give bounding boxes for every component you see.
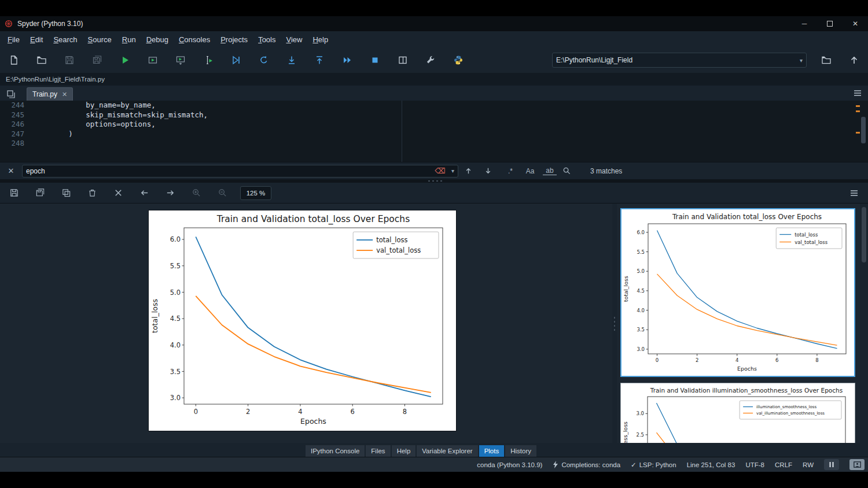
menu-projects[interactable]: Projects — [215, 33, 253, 46]
save-button[interactable] — [61, 52, 78, 68]
main-plot-figure[interactable]: 024683.03.54.04.55.05.56.0Train and Vali… — [149, 210, 456, 431]
find-previous-icon — [464, 167, 473, 175]
working-directory-input[interactable] — [556, 56, 796, 64]
zoom-in-button[interactable] — [188, 185, 204, 201]
chevron-down-icon[interactable]: ▾ — [796, 57, 803, 64]
pane-tab-plots[interactable]: Plots — [479, 445, 505, 457]
run-cell-button[interactable] — [145, 52, 161, 68]
plots-options-button[interactable] — [846, 185, 862, 201]
fast-forward-button[interactable] — [339, 52, 355, 68]
new-file-button[interactable] — [6, 52, 22, 68]
case-sensitive-toggle[interactable]: Aa — [523, 167, 537, 175]
menu-consoles[interactable]: Consoles — [174, 33, 215, 46]
debug-continue-button[interactable] — [256, 52, 272, 68]
horizontal-splitter[interactable] — [0, 179, 868, 183]
save-all-plots-button[interactable] — [32, 185, 48, 201]
debug-file-button[interactable] — [228, 52, 244, 68]
save-all-button[interactable] — [89, 52, 105, 68]
find-close-button[interactable]: ✕ — [6, 167, 16, 175]
python-env-button[interactable] — [450, 52, 466, 68]
editor-options-button[interactable] — [853, 89, 862, 97]
code-line[interactable]: 248 — [0, 139, 868, 149]
browse-directory-button[interactable] — [818, 52, 834, 68]
plot-thumbnail-selected[interactable]: 024683.03.54.04.55.05.56.0Train and Vali… — [620, 208, 855, 377]
menu-run[interactable]: Run — [117, 33, 141, 46]
pane-tab-ipython-console[interactable]: IPython Console — [305, 445, 365, 457]
new-file-icon — [9, 55, 19, 65]
clear-input-icon[interactable]: ⌫ — [433, 167, 448, 175]
maximize-icon — [827, 21, 833, 27]
thumbnails-scrollbar[interactable] — [860, 204, 868, 443]
copy-plot-button[interactable] — [58, 185, 74, 201]
thumbnails-scrollbar-thumb[interactable] — [862, 207, 866, 263]
working-directory-combo[interactable]: ▾ — [552, 53, 807, 68]
zoom-out-icon — [218, 188, 227, 198]
open-file-button[interactable] — [34, 52, 50, 68]
parent-directory-button[interactable] — [846, 52, 862, 68]
menu-file[interactable]: File — [2, 33, 25, 46]
editor-scrollbar-thumb[interactable] — [861, 117, 866, 143]
step-into-button[interactable] — [284, 52, 300, 68]
remove-all-plots-button[interactable] — [110, 185, 126, 201]
find-next-button[interactable] — [484, 167, 498, 175]
menu-edit[interactable]: Edit — [25, 33, 48, 46]
find-history-chevron-icon[interactable]: ▾ — [448, 168, 454, 174]
layout-button[interactable] — [849, 459, 865, 470]
thumbnail-plot-svg: 024680.51.01.52.02.53.0Train and Validat… — [621, 383, 854, 443]
run-button[interactable] — [117, 52, 133, 68]
vertical-splitter[interactable] — [612, 204, 617, 443]
find-previous-button[interactable] — [464, 167, 478, 175]
status-completions[interactable]: Completions: conda — [553, 461, 620, 468]
zoom-out-button[interactable] — [214, 185, 230, 201]
status-env[interactable]: conda (Python 3.10.9) — [477, 461, 542, 468]
save-all-plots-icon — [35, 188, 45, 198]
save-plot-button[interactable] — [6, 185, 22, 201]
menu-help[interactable]: Help — [307, 33, 333, 46]
pane-tab-history[interactable]: History — [505, 445, 537, 457]
code-line[interactable]: 246 options=options, — [0, 120, 868, 130]
svg-text:5.5: 5.5 — [170, 262, 181, 270]
code-line[interactable]: 245 skip_mismatch=skip_mismatch, — [0, 110, 868, 120]
menu-view[interactable]: View — [281, 33, 307, 46]
whole-word-toggle[interactable]: ab — [543, 167, 557, 175]
run-selection-button[interactable] — [200, 52, 216, 68]
stop-button[interactable] — [367, 52, 383, 68]
status-lsp-label: LSP: Python — [639, 461, 676, 468]
svg-text:illumination_smoothness_loss: illumination_smoothness_loss — [756, 405, 816, 409]
code-editor[interactable]: 244 by_name=by_name,245 skip_mismatch=sk… — [0, 101, 868, 162]
next-plot-button[interactable] — [162, 185, 178, 201]
tools-button[interactable] — [422, 52, 439, 68]
find-field[interactable]: ⌫ ▾ — [22, 165, 458, 178]
pane-tab-files[interactable]: Files — [365, 445, 391, 457]
editor-tab-trainpy[interactable]: Train.py ✕ — [27, 87, 73, 101]
status-completions-label: Completions: conda — [561, 461, 620, 468]
interrupt-button[interactable] — [824, 459, 839, 470]
run-icon — [120, 55, 130, 65]
editor-scrollbar[interactable] — [860, 102, 867, 161]
remove-plot-button[interactable] — [84, 185, 100, 201]
code-line[interactable]: 244 by_name=by_name, — [0, 101, 868, 110]
pane-tab-help[interactable]: Help — [391, 445, 417, 457]
zoom-level[interactable]: 125 % — [240, 186, 271, 200]
browse-tabs-button[interactable] — [3, 88, 19, 101]
pane-tab-variable-explorer[interactable]: Variable Explorer — [416, 445, 478, 457]
run-cell-advance-button[interactable] — [172, 52, 189, 68]
highlight-matches-toggle[interactable] — [562, 167, 576, 175]
previous-plot-button[interactable] — [136, 185, 152, 201]
menu-search[interactable]: Search — [48, 33, 82, 46]
tab-close-icon[interactable]: ✕ — [62, 91, 67, 98]
status-lsp[interactable]: ✓ LSP: Python — [631, 461, 676, 469]
close-button[interactable]: ✕ — [843, 16, 868, 31]
maximize-pane-button[interactable] — [395, 52, 411, 68]
step-return-button[interactable] — [311, 52, 328, 68]
code-line[interactable]: 247 ) — [0, 130, 868, 139]
menu-source[interactable]: Source — [83, 33, 117, 46]
maximize-button[interactable] — [817, 16, 843, 31]
menu-tools[interactable]: Tools — [253, 33, 281, 46]
menu-debug[interactable]: Debug — [141, 33, 174, 46]
find-input[interactable] — [26, 167, 433, 175]
plot-thumbnail[interactable]: 024680.51.01.52.02.53.0Train and Validat… — [620, 383, 855, 443]
svg-text:2.5: 2.5 — [636, 432, 644, 438]
regex-toggle[interactable]: .* — [503, 167, 517, 175]
minimize-button[interactable]: ─ — [792, 16, 817, 31]
